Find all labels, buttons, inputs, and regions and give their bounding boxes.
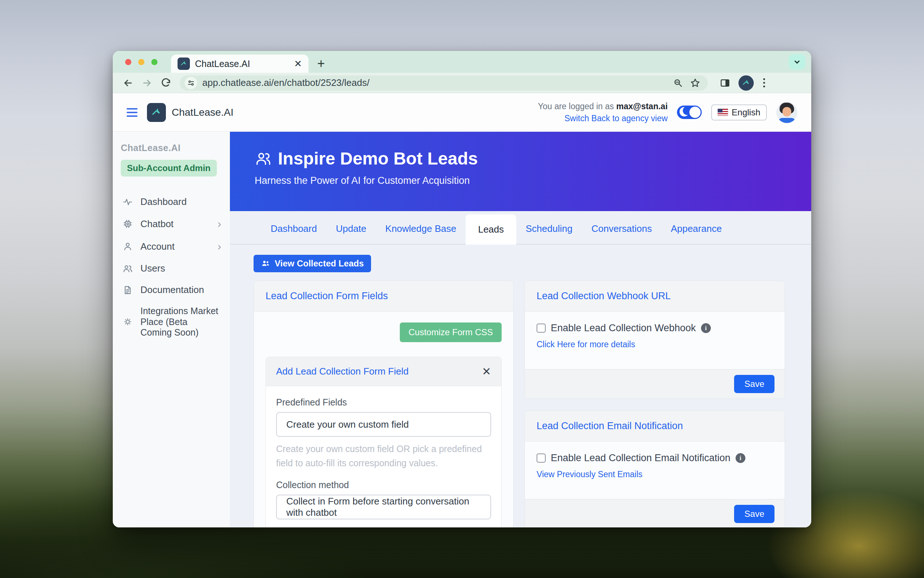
bookmark-star-icon[interactable]: [690, 78, 701, 88]
sidebar-item-documentation[interactable]: Documentation: [121, 279, 223, 300]
sidebar-item-dashboard[interactable]: Dashboard: [121, 191, 223, 213]
tab-strip: Dashboard Update Knowledge Base Leads Sc…: [230, 211, 811, 245]
webhook-card: Lead Collection Webhook URL Enable Lead …: [524, 281, 785, 399]
enable-email-notification-checkbox[interactable]: [537, 453, 546, 463]
window-chevron-icon[interactable]: [789, 54, 806, 70]
site-settings-icon[interactable]: [185, 77, 197, 89]
page-title: Inspire Demo Bot Leads: [278, 148, 477, 169]
add-form-field-title: Add Lead Collection Form Field: [276, 366, 409, 377]
language-selector[interactable]: English: [711, 104, 767, 120]
language-label: English: [731, 107, 760, 118]
tab-dashboard[interactable]: Dashboard: [261, 214, 326, 244]
minimize-window-button[interactable]: [138, 59, 144, 65]
predefined-fields-help: Create your own custom field OR pick a p…: [276, 442, 491, 470]
customize-form-css-button[interactable]: Customize Form CSS: [400, 323, 502, 342]
sidebar-item-chatbot[interactable]: Chatbot ›: [121, 213, 223, 235]
email-card-title: Lead Collection Email Notification: [537, 421, 683, 431]
tab-appearance[interactable]: Appearance: [661, 214, 731, 244]
us-flag-icon: [718, 109, 728, 116]
activity-icon: [122, 197, 133, 207]
close-window-button[interactable]: [125, 59, 131, 65]
users-icon: [122, 263, 133, 274]
chip-icon: [122, 219, 133, 229]
profile-icon[interactable]: [738, 75, 754, 91]
info-icon[interactable]: i: [701, 323, 711, 333]
desktop-wallpaper: ChatLease.AI ✕ + app.chatle: [0, 0, 924, 578]
email-card-header: Lead Collection Email Notification: [525, 411, 785, 442]
logged-in-text: You are logged in as: [538, 102, 616, 111]
new-tab-button[interactable]: +: [317, 56, 325, 71]
users-icon: [261, 259, 270, 268]
sidebar-item-label: Chatbot: [141, 218, 173, 230]
tab-knowledge-base[interactable]: Knowledge Base: [376, 214, 466, 244]
sidebar-item-label: Dashboard: [141, 196, 187, 208]
tab-scheduling[interactable]: Scheduling: [516, 214, 582, 244]
sidebar-item-integrations[interactable]: Integrations Market Place (Beta Coming S…: [121, 300, 223, 343]
sidebar-item-account[interactable]: Account ›: [121, 235, 223, 258]
chatlease-favicon-icon: [178, 57, 190, 70]
enable-webhook-label: Enable Lead Collection Webhook: [551, 323, 696, 334]
login-info: You are logged in as max@stan.ai Switch …: [538, 102, 668, 123]
view-collected-leads-button[interactable]: View Collected Leads: [254, 255, 371, 272]
main-content: Inspire Demo Bot Leads Harness the Power…: [230, 132, 811, 528]
forward-icon[interactable]: [139, 75, 155, 91]
browser-tab[interactable]: ChatLease.AI ✕: [171, 55, 309, 73]
reload-icon[interactable]: [158, 75, 174, 91]
collection-method-label: Collection method: [276, 480, 491, 490]
back-icon[interactable]: [120, 75, 136, 91]
tab-update[interactable]: Update: [326, 214, 376, 244]
chatlease-logo-icon[interactable]: [147, 103, 166, 122]
moon-icon: [680, 107, 689, 117]
user-icon: [122, 241, 133, 252]
sidebar: ChatLease.AI Sub-Account Admin Dashboard…: [113, 132, 230, 528]
sidebar-item-users[interactable]: Users: [121, 258, 223, 279]
document-icon: [122, 285, 133, 295]
side-panel-icon[interactable]: [720, 78, 730, 88]
webhook-card-title: Lead Collection Webhook URL: [537, 291, 671, 301]
tab-title: ChatLease.AI: [195, 58, 289, 69]
sidebar-title: ChatLease.AI: [121, 143, 223, 153]
sidebar-item-label: Users: [141, 263, 165, 274]
tab-conversations[interactable]: Conversations: [582, 214, 661, 244]
app-header: ChatLease.AI You are logged in as max@st…: [113, 93, 811, 132]
chevron-right-icon: ›: [218, 218, 221, 230]
dark-mode-toggle[interactable]: [677, 106, 702, 119]
maximize-window-button[interactable]: [151, 59, 157, 65]
url-bar[interactable]: app.chatlease.ai/en/chatbot/2523/leads/: [180, 75, 708, 91]
sidebar-item-label: Account: [141, 241, 175, 252]
brand-name: ChatLease.AI: [172, 107, 233, 118]
url-text[interactable]: app.chatlease.ai/en/chatbot/2523/leads/: [202, 77, 668, 88]
tab-leads[interactable]: Leads: [466, 214, 516, 245]
browser-window: ChatLease.AI ✕ + app.chatle: [113, 51, 811, 528]
user-avatar[interactable]: [776, 102, 798, 123]
zoom-out-icon[interactable]: [673, 78, 683, 88]
enable-email-notification-label: Enable Lead Collection Email Notificatio…: [551, 453, 730, 464]
collection-method-select[interactable]: Collect in Form before starting conversa…: [276, 495, 491, 520]
hamburger-menu-icon[interactable]: [126, 108, 138, 117]
collection-method-help: Select the method used for collecting da…: [276, 524, 491, 528]
gear-icon: [122, 317, 133, 326]
add-form-field-panel: Add Lead Collection Form Field ✕ Predefi…: [265, 357, 502, 528]
logged-in-email: max@stan.ai: [616, 102, 668, 111]
close-icon[interactable]: ✕: [482, 366, 491, 377]
email-save-button[interactable]: Save: [734, 505, 775, 523]
chevron-right-icon: ›: [218, 240, 221, 253]
switch-agency-link[interactable]: Switch Back to agency view: [538, 114, 668, 123]
tab-close-icon[interactable]: ✕: [294, 59, 302, 68]
leads-users-icon: [255, 150, 271, 167]
browser-tab-bar: ChatLease.AI ✕ +: [113, 51, 811, 73]
previously-sent-emails-link[interactable]: View Previously Sent Emails: [537, 469, 642, 479]
enable-webhook-checkbox[interactable]: [537, 323, 546, 333]
info-icon[interactable]: i: [736, 453, 745, 463]
menu-kebab-icon[interactable]: [762, 77, 767, 89]
webhook-card-header: Lead Collection Webhook URL: [525, 281, 785, 312]
form-fields-card: Lead Collection Form Fields Customize Fo…: [254, 281, 514, 528]
webhook-save-button[interactable]: Save: [734, 375, 775, 393]
page-banner: Inspire Demo Bot Leads Harness the Power…: [230, 132, 811, 211]
form-fields-card-title: Lead Collection Form Fields: [265, 291, 388, 301]
predefined-fields-select[interactable]: Create your own custom field: [276, 412, 491, 437]
browser-toolbar: app.chatlease.ai/en/chatbot/2523/leads/: [113, 73, 811, 93]
sidebar-item-label: Integrations Market Place (Beta Coming S…: [141, 306, 221, 338]
form-fields-card-header: Lead Collection Form Fields: [254, 281, 513, 312]
webhook-details-link[interactable]: Click Here for more details: [537, 339, 635, 349]
